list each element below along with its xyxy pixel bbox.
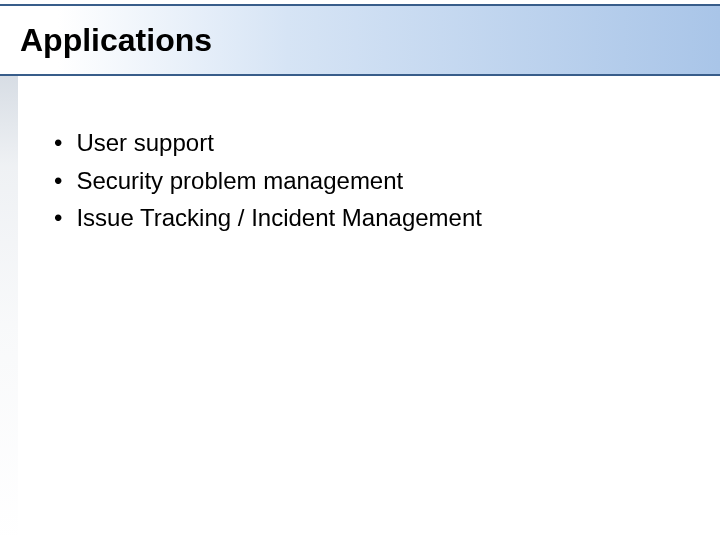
bullet-text: User support xyxy=(76,126,213,160)
list-item: • Issue Tracking / Incident Management xyxy=(50,201,680,235)
slide-title: Applications xyxy=(20,22,212,59)
bullet-text: Issue Tracking / Incident Management xyxy=(76,201,482,235)
bullet-icon: • xyxy=(54,201,62,235)
slide: Applications • User support • Security p… xyxy=(0,4,720,540)
bullet-list: • User support • Security problem manage… xyxy=(50,126,680,235)
bullet-icon: • xyxy=(54,126,62,160)
list-item: • Security problem management xyxy=(50,164,680,198)
title-bar: Applications xyxy=(0,4,720,76)
slide-content: • User support • Security problem manage… xyxy=(0,76,720,235)
list-item: • User support xyxy=(50,126,680,160)
bullet-icon: • xyxy=(54,164,62,198)
bullet-text: Security problem management xyxy=(76,164,403,198)
